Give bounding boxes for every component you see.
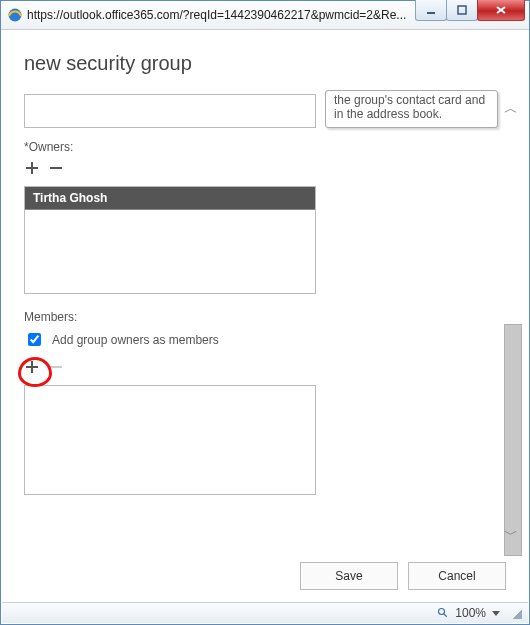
chevron-up-icon[interactable]: ︿ bbox=[502, 100, 520, 118]
minimize-button[interactable] bbox=[415, 0, 447, 21]
members-controls bbox=[24, 357, 488, 379]
remove-member-button bbox=[48, 357, 64, 379]
svg-rect-2 bbox=[458, 6, 466, 14]
page-title: new security group bbox=[2, 30, 528, 87]
svg-point-7 bbox=[439, 609, 445, 615]
zoom-dropdown[interactable] bbox=[492, 611, 500, 616]
owners-controls bbox=[24, 158, 488, 180]
maximize-icon bbox=[457, 5, 467, 15]
statusbar: 100% bbox=[2, 602, 528, 623]
svg-rect-1 bbox=[427, 12, 435, 14]
dialog-content: new security group the group's contact c… bbox=[2, 30, 528, 602]
zoom-level: 100% bbox=[455, 606, 486, 620]
svg-rect-6 bbox=[50, 366, 62, 368]
dialog-buttons: Save Cancel bbox=[300, 562, 506, 590]
browser-window: https://outlook.office365.com/?reqId=144… bbox=[0, 0, 530, 625]
svg-rect-5 bbox=[50, 167, 62, 169]
add-owners-as-members-label: Add group owners as members bbox=[52, 333, 219, 347]
list-item[interactable]: Tirtha Ghosh bbox=[25, 187, 315, 210]
maximize-button[interactable] bbox=[446, 0, 478, 21]
minus-icon bbox=[48, 160, 64, 176]
titlebar: https://outlook.office365.com/?reqId=144… bbox=[1, 1, 529, 30]
minus-icon bbox=[48, 359, 64, 375]
alias-input[interactable] bbox=[24, 94, 316, 128]
remove-owner-button[interactable] bbox=[48, 158, 64, 180]
zoom-icon[interactable] bbox=[437, 607, 449, 619]
plus-icon bbox=[24, 359, 40, 375]
members-listbox[interactable] bbox=[24, 385, 316, 495]
resize-grip[interactable] bbox=[510, 607, 522, 619]
scrollbar-thumb[interactable] bbox=[504, 324, 522, 556]
members-label: Members: bbox=[24, 310, 488, 324]
close-icon bbox=[495, 5, 507, 15]
window-controls bbox=[416, 0, 525, 20]
ie-icon bbox=[7, 7, 23, 23]
form-body: the group's contact card and in the addr… bbox=[24, 94, 488, 552]
scroll-indicator: ︿ ﹀ bbox=[502, 100, 522, 544]
plus-icon bbox=[24, 160, 40, 176]
owners-label: *Owners: bbox=[24, 140, 488, 154]
owners-listbox[interactable]: Tirtha Ghosh bbox=[24, 186, 316, 294]
add-member-button[interactable] bbox=[24, 357, 40, 379]
svg-line-8 bbox=[444, 614, 447, 617]
save-button[interactable]: Save bbox=[300, 562, 398, 590]
add-owners-as-members-checkbox[interactable] bbox=[28, 333, 41, 346]
close-button[interactable] bbox=[477, 0, 525, 21]
help-tooltip: the group's contact card and in the addr… bbox=[325, 90, 498, 128]
cancel-button[interactable]: Cancel bbox=[408, 562, 506, 590]
add-owners-as-members-row[interactable]: Add group owners as members bbox=[24, 330, 488, 349]
chevron-down-icon[interactable]: ﹀ bbox=[502, 526, 520, 544]
minimize-icon bbox=[426, 5, 436, 15]
add-owner-button[interactable] bbox=[24, 158, 40, 180]
